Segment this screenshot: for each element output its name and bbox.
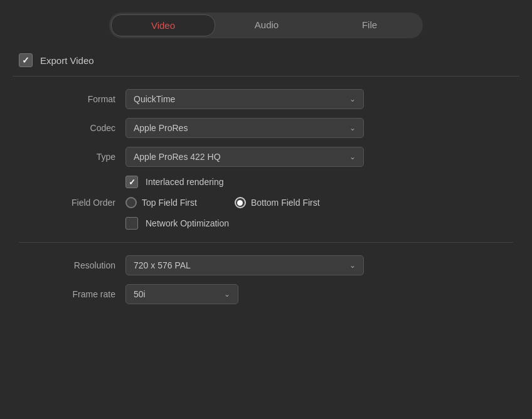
network-optimization-checkbox[interactable]: [125, 217, 138, 230]
bottom-form-section: Resolution 720 x 576 PAL ⌄ Frame rate 50…: [13, 255, 519, 304]
field-order-label: Field Order: [19, 198, 125, 208]
interlaced-label: Interlaced rendering: [146, 177, 224, 187]
export-video-row: Export Video: [13, 53, 519, 77]
radio-bottom-circle: [235, 197, 246, 208]
type-value: Apple ProRes 422 HQ: [134, 152, 221, 162]
section-divider: [19, 242, 513, 243]
frame-rate-label: Frame rate: [19, 289, 125, 299]
type-dropdown-arrow: ⌄: [349, 152, 356, 161]
tab-audio[interactable]: Audio: [215, 14, 318, 36]
frame-rate-row: Frame rate 50i ⌄: [19, 284, 513, 304]
tab-bar: Video Audio File: [109, 13, 423, 38]
field-order-radio-group: Top Field First Bottom Field First: [125, 197, 320, 208]
frame-rate-dropdown-arrow: ⌄: [224, 290, 230, 299]
type-dropdown[interactable]: Apple ProRes 422 HQ ⌄: [125, 147, 364, 167]
radio-top-label: Top Field First: [142, 198, 197, 208]
format-dropdown[interactable]: QuickTime ⌄: [125, 89, 364, 109]
radio-bottom-field-first[interactable]: Bottom Field First: [235, 197, 320, 208]
interlaced-row: Interlaced rendering: [125, 176, 513, 188]
network-optimization-label: Network Optimization: [146, 218, 229, 228]
radio-top-field-first[interactable]: Top Field First: [125, 197, 197, 208]
codec-dropdown[interactable]: Apple ProRes ⌄: [125, 118, 364, 138]
type-label: Type: [19, 152, 125, 162]
resolution-dropdown[interactable]: 720 x 576 PAL ⌄: [125, 255, 364, 275]
radio-top-circle: [125, 197, 137, 208]
resolution-row: Resolution 720 x 576 PAL ⌄: [19, 255, 513, 275]
codec-dropdown-arrow: ⌄: [349, 124, 356, 132]
field-order-row: Field Order Top Field First Bottom Field…: [19, 197, 513, 208]
frame-rate-value: 50i: [134, 289, 146, 299]
type-row: Type Apple ProRes 422 HQ ⌄: [19, 147, 513, 167]
codec-label: Codec: [19, 123, 125, 133]
radio-bottom-label: Bottom Field First: [251, 198, 320, 208]
format-row: Format QuickTime ⌄: [19, 89, 513, 109]
codec-value: Apple ProRes: [134, 123, 188, 133]
format-value: QuickTime: [134, 94, 175, 104]
form-section: Format QuickTime ⌄ Codec Apple ProRes ⌄ …: [13, 89, 519, 230]
main-content: Export Video Format QuickTime ⌄ Codec Ap…: [0, 53, 532, 304]
export-video-checkbox[interactable]: [19, 53, 33, 67]
resolution-value: 720 x 576 PAL: [134, 260, 191, 270]
interlaced-checkbox[interactable]: [125, 176, 138, 188]
resolution-label: Resolution: [19, 260, 125, 270]
frame-rate-dropdown[interactable]: 50i ⌄: [125, 284, 238, 304]
tab-file[interactable]: File: [318, 14, 421, 36]
network-optimization-row: Network Optimization: [125, 217, 513, 230]
codec-row: Codec Apple ProRes ⌄: [19, 118, 513, 138]
resolution-dropdown-arrow: ⌄: [349, 261, 356, 270]
format-label: Format: [19, 94, 125, 104]
format-dropdown-arrow: ⌄: [349, 95, 356, 103]
export-video-label: Export Video: [40, 55, 94, 66]
tab-video[interactable]: Video: [111, 14, 215, 36]
